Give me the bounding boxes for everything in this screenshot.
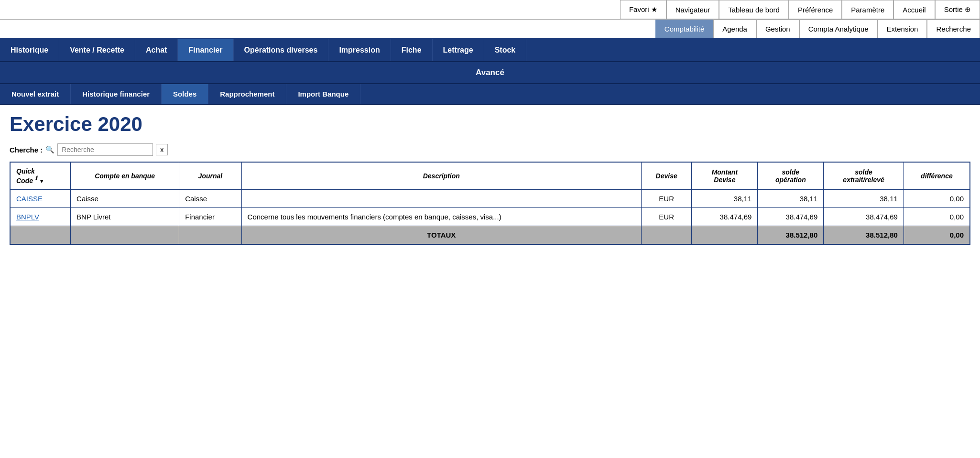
sub-soldes[interactable]: Soldes [162,84,208,104]
menu-achat[interactable]: Achat [135,39,178,61]
th-devise: Devise [641,162,692,189]
search-label: Cherche : [10,146,43,154]
totaux-label: TOTAUX [241,226,641,244]
cell-description-2: Concerne tous les mouvements financiers … [241,207,641,226]
nav-parametre[interactable]: Paramètre [842,0,893,19]
info-icon[interactable]: ℹ [35,175,37,182]
search-bar: Cherche : 🔍 x [0,140,980,162]
nav-accueil[interactable]: Accueil [893,0,935,19]
cell-montant-2: 38.474,69 [692,207,758,226]
cell-diff-1: 0,00 [904,189,970,207]
th-quick-code: QuickCode ℹ ▼ [10,162,71,189]
cell-solde-ext-2: 38.474,69 [824,207,904,226]
nav-preference[interactable]: Préférence [789,0,842,19]
totaux-solde-ext: 38.512,80 [824,226,904,244]
nav-gestion[interactable]: Gestion [756,20,799,38]
totaux-empty-1 [10,226,71,244]
cell-quick-code-1[interactable]: CAISSE [10,189,71,207]
main-menu: Historique Vente / Recette Achat Financi… [0,39,980,62]
avance-bar[interactable]: Avancé [0,62,980,84]
totaux-empty-5 [692,226,758,244]
soldes-table: QuickCode ℹ ▼ Compte en banque Journal D… [10,162,970,245]
cell-compte-banque-2: BNP Livret [71,207,179,226]
cell-solde-op-1: 38,11 [758,189,824,207]
dropdown-icon[interactable]: ▼ [39,178,44,184]
nav-compta-analytique[interactable]: Compta Analytique [799,20,878,38]
totaux-empty-3 [179,226,241,244]
th-quick-code-label: QuickCode [16,167,35,185]
cell-compte-banque-1: Caisse [71,189,179,207]
menu-operations-diverses[interactable]: Opérations diverses [234,39,329,61]
cell-devise-1: EUR [641,189,692,207]
menu-vente-recette[interactable]: Vente / Recette [59,39,135,61]
nav-tableau-de-bord[interactable]: Tableau de bord [719,0,789,19]
nav-comptabilite[interactable]: Comptabilité [655,20,713,38]
cell-description-1 [241,189,641,207]
th-solde-extrait: soldeextrait/relevé [824,162,904,189]
totaux-row: TOTAUX 38.512,80 38.512,80 0,00 [10,226,970,244]
menu-stock[interactable]: Stock [484,39,527,61]
cell-journal-2: Financier [179,207,241,226]
menu-fiche[interactable]: Fiche [391,39,433,61]
page-title: Exercice 2020 [0,105,980,140]
cell-diff-2: 0,00 [904,207,970,226]
th-difference: différence [904,162,970,189]
cell-solde-ext-1: 38,11 [824,189,904,207]
th-description: Description [241,162,641,189]
cell-solde-op-2: 38.474,69 [758,207,824,226]
nav-navigateur[interactable]: Navigateur [666,0,719,19]
nav-favori[interactable]: Favori ★ [620,0,666,19]
clear-search-button[interactable]: x [156,144,168,155]
table-row: CAISSE Caisse Caisse EUR 38,11 38,11 38,… [10,189,970,207]
nav-agenda[interactable]: Agenda [713,20,756,38]
search-input[interactable] [57,143,153,156]
cell-montant-1: 38,11 [692,189,758,207]
menu-historique[interactable]: Historique [0,39,59,61]
nav-sortie[interactable]: Sortie ⊕ [935,0,980,19]
sub-menu: Nouvel extrait Historique financier Sold… [0,84,980,105]
sub-nouvel-extrait[interactable]: Nouvel extrait [0,84,71,104]
table-container: QuickCode ℹ ▼ Compte en banque Journal D… [0,162,980,254]
top-nav-row2: Comptabilité Agenda Gestion Compta Analy… [0,20,980,39]
menu-impression[interactable]: Impression [328,39,391,61]
th-montant-devise: MontantDevise [692,162,758,189]
nav-recherche[interactable]: Recherche [927,20,980,38]
table-row: BNPLV BNP Livret Financier Concerne tous… [10,207,970,226]
totaux-diff: 0,00 [904,226,970,244]
th-journal: Journal [179,162,241,189]
th-compte-banque: Compte en banque [71,162,179,189]
totaux-empty-2 [71,226,179,244]
menu-financier[interactable]: Financier [178,39,233,61]
search-icon: 🔍 [45,145,54,154]
th-solde-operation: soldeopération [758,162,824,189]
sub-import-banque[interactable]: Import Banque [286,84,360,104]
totaux-solde-op: 38.512,80 [758,226,824,244]
cell-devise-2: EUR [641,207,692,226]
totaux-empty-4 [641,226,692,244]
sub-historique-financier[interactable]: Historique financier [71,84,162,104]
top-nav-row1: Favori ★ Navigateur Tableau de bord Préf… [0,0,980,20]
cell-journal-1: Caisse [179,189,241,207]
nav-extension[interactable]: Extension [878,20,927,38]
cell-quick-code-2[interactable]: BNPLV [10,207,71,226]
sub-rapprochement[interactable]: Rapprochement [208,84,286,104]
menu-lettrage[interactable]: Lettrage [433,39,484,61]
